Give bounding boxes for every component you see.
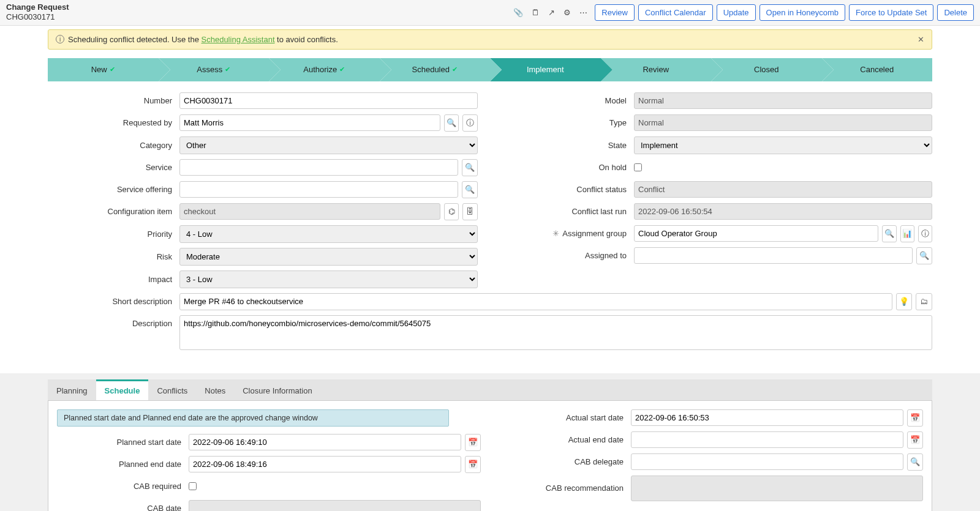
service-field[interactable] xyxy=(179,159,458,176)
update-button[interactable]: Update xyxy=(717,4,756,21)
activity-icon[interactable]: 🗒 xyxy=(532,8,540,17)
more-icon[interactable]: ⋯ xyxy=(579,8,587,17)
settings-icon[interactable]: ⚙ xyxy=(564,8,571,17)
record-number: CHG0030171 xyxy=(6,12,69,22)
assigned-to-label: Assigned to xyxy=(502,251,634,260)
model-label: Model xyxy=(502,96,634,105)
stages: New✔Assess✔Authorize✔Scheduled✔Implement… xyxy=(48,58,932,81)
state-select[interactable]: Implement xyxy=(634,136,932,154)
actual-start-label: Actual start date xyxy=(499,413,631,422)
ci-field[interactable] xyxy=(179,203,440,220)
actual-start-field[interactable] xyxy=(631,409,903,426)
impact-select[interactable]: 3 - Low xyxy=(179,270,478,288)
short-description-label: Short description xyxy=(48,293,179,306)
on-hold-checkbox[interactable] xyxy=(634,163,642,171)
short-description-field[interactable] xyxy=(179,293,892,310)
lookup-icon[interactable]: 🔍 xyxy=(916,247,932,264)
calendar-icon[interactable]: 📅 xyxy=(465,456,481,473)
requested-by-label: Requested by xyxy=(48,118,179,127)
conflict-calendar-button[interactable]: Conflict Calendar xyxy=(638,4,713,21)
ci-label: Configuration item xyxy=(48,207,179,216)
tab-notes[interactable]: Notes xyxy=(196,379,234,400)
cab-required-checkbox[interactable] xyxy=(189,482,197,490)
stage-closed[interactable]: Closed xyxy=(711,58,822,81)
impact-label: Impact xyxy=(48,275,179,284)
assignment-group-field[interactable] xyxy=(634,225,878,242)
description-label: Description xyxy=(48,315,179,328)
service-offering-field[interactable] xyxy=(179,181,458,198)
service-label: Service xyxy=(48,163,179,172)
scheduling-assistant-link[interactable]: Scheduling Assistant xyxy=(202,35,275,44)
type-label: Type xyxy=(502,118,634,127)
priority-label: Priority xyxy=(48,229,179,239)
suggestion-icon[interactable]: 💡 xyxy=(896,293,913,310)
stage-assess[interactable]: Assess✔ xyxy=(159,58,270,81)
schedule-note: Planned start date and Planned end date … xyxy=(57,409,449,427)
topbar-icons: 📎 🗒 ↗ ⚙ ⋯ xyxy=(513,8,587,17)
tab-conflicts[interactable]: Conflicts xyxy=(148,379,196,400)
cab-date-field xyxy=(189,500,481,511)
tab-planning[interactable]: Planning xyxy=(48,379,96,400)
close-icon[interactable]: ✕ xyxy=(918,35,924,44)
info-icon[interactable]: ⓘ xyxy=(462,114,478,132)
tab-closure-information[interactable]: Closure Information xyxy=(234,379,320,400)
cab-required-label: CAB required xyxy=(57,482,189,491)
attachment-icon[interactable]: 📎 xyxy=(513,8,523,17)
service-offering-label: Service offering xyxy=(48,185,179,194)
conflict-status-field xyxy=(634,181,932,198)
lookup-icon[interactable]: 🔍 xyxy=(907,453,923,471)
type-field xyxy=(634,114,932,131)
stage-review[interactable]: Review xyxy=(601,58,712,81)
calendar-icon[interactable]: 📅 xyxy=(907,431,923,449)
conflict-alert: i Scheduling conflict detected. Use the … xyxy=(48,29,932,50)
lookup-icon[interactable]: 🔍 xyxy=(444,114,459,132)
category-select[interactable]: Other xyxy=(179,136,478,154)
lookup-icon[interactable]: 🔍 xyxy=(882,225,896,242)
description-field[interactable] xyxy=(179,315,932,350)
assigned-to-field[interactable] xyxy=(634,247,913,264)
lookup-icon[interactable]: 🔍 xyxy=(462,159,478,176)
db-icon[interactable]: 🗄 xyxy=(462,203,478,220)
actual-end-field[interactable] xyxy=(631,431,903,448)
tree-icon[interactable]: ⌬ xyxy=(444,203,459,220)
stage-implement[interactable]: Implement xyxy=(490,58,601,81)
conflict-last-run-field xyxy=(634,203,932,220)
planned-end-field[interactable] xyxy=(189,456,461,472)
delete-button[interactable]: Delete xyxy=(937,4,974,21)
calendar-icon[interactable]: 📅 xyxy=(465,434,481,451)
stage-authorize[interactable]: Authorize✔ xyxy=(269,58,380,81)
schedule-tab-body: Planned start date and Planned end date … xyxy=(48,401,932,512)
topbar: Change Request CHG0030171 📎 🗒 ↗ ⚙ ⋯ Revi… xyxy=(0,0,980,26)
alert-text-post: to avoid conflicts. xyxy=(275,35,338,44)
cab-date-label: CAB date xyxy=(57,504,189,511)
cab-delegate-label: CAB delegate xyxy=(499,457,631,466)
actual-end-label: Actual end date xyxy=(499,435,631,444)
conflict-status-label: Conflict status xyxy=(502,185,634,194)
risk-select[interactable]: Moderate xyxy=(179,248,478,266)
graph-icon[interactable]: ↗ xyxy=(548,8,555,17)
priority-select[interactable]: 4 - Low xyxy=(179,225,478,243)
force-update-set-button[interactable]: Force to Update Set xyxy=(849,4,933,21)
info-icon[interactable]: ⓘ xyxy=(918,225,932,242)
number-field[interactable] xyxy=(179,92,478,109)
risk-label: Risk xyxy=(48,252,179,261)
on-hold-label: On hold xyxy=(502,163,634,172)
review-button[interactable]: Review xyxy=(595,4,635,21)
cab-recommendation-field xyxy=(631,476,923,501)
tabs: PlanningScheduleConflictsNotesClosure In… xyxy=(48,379,932,401)
card-icon[interactable]: 🗂 xyxy=(916,293,932,310)
stage-new[interactable]: New✔ xyxy=(48,58,159,81)
category-label: Category xyxy=(48,141,179,150)
calendar-icon[interactable]: 📅 xyxy=(907,409,923,427)
stage-canceled[interactable]: Canceled xyxy=(822,58,933,81)
open-honeycomb-button[interactable]: Open in Honeycomb xyxy=(760,4,846,21)
number-label: Number xyxy=(48,96,179,105)
stage-scheduled[interactable]: Scheduled✔ xyxy=(380,58,491,81)
tab-schedule[interactable]: Schedule xyxy=(96,379,149,400)
planned-start-field[interactable] xyxy=(189,434,461,450)
requested-by-field[interactable] xyxy=(179,114,440,131)
chart-icon[interactable]: 📊 xyxy=(900,225,914,242)
lookup-icon[interactable]: 🔍 xyxy=(462,181,478,198)
cab-delegate-field[interactable] xyxy=(631,453,903,470)
planned-end-label: Planned end date xyxy=(57,460,189,469)
